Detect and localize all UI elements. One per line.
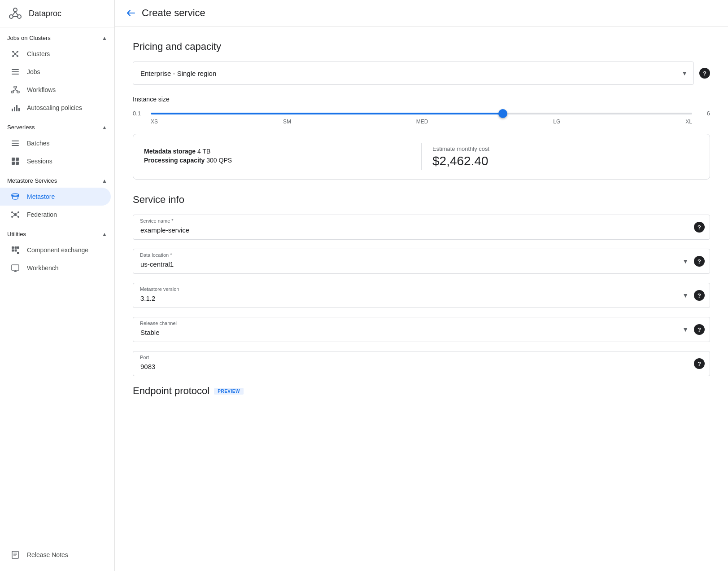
- release-channel-select[interactable]: Stable Canary: [133, 317, 710, 342]
- svg-line-14: [15, 54, 17, 56]
- svg-point-2: [17, 15, 21, 18]
- svg-rect-32: [16, 158, 19, 161]
- batches-icon: [11, 139, 20, 148]
- chevron-up-icon-3: ▲: [102, 178, 107, 184]
- slider-labels: XS SM MED LG XL: [151, 119, 692, 125]
- service-name-input[interactable]: [133, 215, 710, 240]
- svg-line-22: [13, 90, 16, 91]
- svg-rect-48: [12, 250, 14, 252]
- release-notes-icon: [11, 550, 20, 559]
- tier-help-icon[interactable]: ?: [699, 68, 710, 79]
- slider-thumb[interactable]: [498, 109, 507, 118]
- slider-min-label: 0.1: [133, 110, 145, 117]
- svg-rect-33: [12, 162, 15, 165]
- svg-line-23: [15, 90, 18, 91]
- chevron-up-icon-4: ▲: [102, 231, 107, 237]
- service-name-field-group: Service name * ?: [133, 215, 710, 240]
- pricing-section-title: Pricing and capacity: [133, 41, 710, 53]
- sidebar-item-sessions[interactable]: Sessions: [0, 152, 111, 170]
- tier-dropdown[interactable]: Enterprise - Single region Developer Ent…: [133, 61, 694, 85]
- slider-max-label: 6: [697, 110, 710, 117]
- sidebar-item-federation[interactable]: Federation: [0, 206, 111, 224]
- svg-point-40: [11, 216, 13, 218]
- svg-rect-31: [12, 158, 15, 161]
- svg-point-1: [9, 15, 13, 18]
- port-help-icon[interactable]: ?: [694, 358, 705, 369]
- sidebar-item-component-exchange[interactable]: Component exchange: [0, 241, 111, 259]
- cost-divider: [421, 143, 422, 170]
- page-title: Create service: [142, 7, 205, 19]
- federation-icon: [11, 210, 20, 219]
- processing-capacity-row: Processing capacity 300 QPS: [144, 157, 410, 164]
- svg-line-3: [13, 12, 15, 15]
- chevron-up-icon: ▲: [102, 35, 107, 41]
- sidebar-item-batches[interactable]: Batches: [0, 134, 111, 152]
- svg-line-12: [15, 52, 17, 54]
- svg-rect-15: [12, 69, 19, 70]
- svg-rect-30: [12, 145, 19, 146]
- release-channel-help-icon[interactable]: ?: [694, 324, 705, 335]
- section-utilities[interactable]: Utilities ▲: [0, 224, 114, 241]
- instance-size-section: Instance size 0.1 6 XS SM MED LG XL: [133, 96, 710, 125]
- data-location-field-group: Data location * us-central1 us-east1 eur…: [133, 249, 710, 274]
- svg-rect-34: [16, 162, 19, 165]
- cost-card: Metadata storage 4 TB Processing capacit…: [133, 134, 710, 180]
- back-button[interactable]: [126, 8, 136, 18]
- endpoint-title-row: Endpoint protocol PREVIEW: [133, 385, 710, 397]
- size-label-xs: XS: [151, 119, 158, 125]
- component-exchange-icon: [11, 246, 20, 255]
- sessions-icon: [11, 157, 20, 166]
- svg-rect-18: [14, 86, 17, 88]
- svg-line-43: [16, 213, 17, 214]
- estimate-label: Estimate monthly cost: [432, 145, 699, 152]
- sidebar-item-autoscaling[interactable]: Autoscaling policies: [0, 99, 111, 117]
- data-location-select[interactable]: us-central1 us-east1 europe-west1: [133, 249, 710, 274]
- sidebar-item-jobs[interactable]: Jobs: [0, 63, 111, 81]
- svg-rect-19: [11, 91, 13, 93]
- port-input[interactable]: [133, 351, 710, 376]
- svg-rect-24: [12, 109, 13, 111]
- svg-line-4: [15, 12, 18, 15]
- svg-line-13: [13, 54, 15, 56]
- sidebar-item-clusters[interactable]: Clusters: [0, 45, 111, 63]
- instance-size-label: Instance size: [133, 96, 710, 103]
- estimate-value: $2,462.40: [432, 154, 699, 168]
- metadata-storage-row: Metadata storage 4 TB: [144, 148, 410, 155]
- svg-rect-20: [17, 91, 19, 93]
- section-jobs-on-clusters[interactable]: Jobs on Clusters ▲: [0, 27, 114, 45]
- svg-rect-27: [18, 108, 20, 111]
- metastore-version-select[interactable]: 3.1.2 2.3.6 2.3.1: [133, 283, 710, 308]
- clusters-icon: [11, 49, 20, 58]
- svg-point-36: [12, 194, 19, 196]
- data-location-help-icon[interactable]: ?: [694, 256, 705, 267]
- service-name-help-icon[interactable]: ?: [694, 222, 705, 233]
- port-field-group: Port ?: [133, 351, 710, 376]
- sidebar-item-workflows[interactable]: Workflows: [0, 81, 111, 99]
- svg-point-38: [11, 211, 13, 213]
- svg-rect-17: [12, 74, 19, 75]
- instance-size-slider[interactable]: [151, 113, 692, 114]
- size-label-med: MED: [416, 119, 428, 125]
- preview-badge: PREVIEW: [214, 388, 244, 395]
- sidebar-item-release-notes[interactable]: Release Notes: [0, 546, 111, 564]
- size-label-lg: LG: [553, 119, 560, 125]
- svg-point-39: [17, 211, 19, 213]
- release-channel-field-group: Release channel Stable Canary ▼ ?: [133, 317, 710, 342]
- endpoint-protocol-title: Endpoint protocol: [133, 385, 209, 397]
- svg-rect-47: [15, 246, 17, 249]
- section-serverless[interactable]: Serverless ▲: [0, 117, 114, 134]
- sidebar-item-metastore[interactable]: Metastore: [0, 188, 111, 206]
- metastore-icon: [11, 192, 20, 201]
- svg-rect-16: [12, 71, 19, 72]
- svg-line-11: [13, 52, 15, 54]
- sidebar-item-workbench[interactable]: Workbench: [0, 259, 111, 277]
- workbench-icon: [11, 264, 20, 272]
- service-info-title: Service info: [133, 194, 710, 206]
- section-metastore-services[interactable]: Metastore Services ▲: [0, 170, 114, 188]
- workflows-icon: [11, 85, 20, 94]
- metastore-version-help-icon[interactable]: ?: [694, 290, 705, 301]
- tier-dropdown-container: Enterprise - Single region Developer Ent…: [133, 61, 694, 85]
- svg-rect-51: [17, 246, 19, 249]
- app-logo: [7, 5, 23, 22]
- metastore-version-field-group: Metastore version 3.1.2 2.3.6 2.3.1 ▼ ?: [133, 283, 710, 308]
